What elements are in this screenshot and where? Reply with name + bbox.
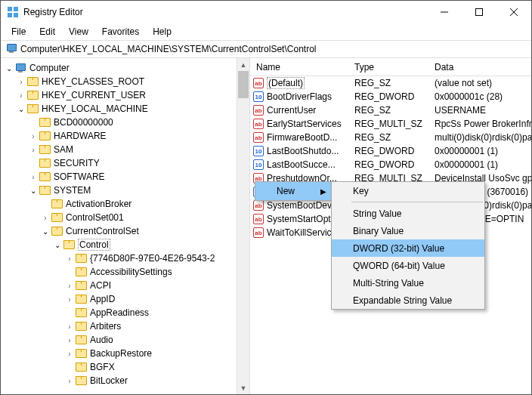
numeric-value-icon: 10 (253, 159, 264, 170)
tree-item[interactable]: SECURITY (1, 156, 249, 170)
tree-item[interactable]: ⌄SYSTEM (1, 184, 249, 197)
tree-item[interactable]: AccessibilitySettings (1, 265, 249, 279)
tree-item[interactable]: BCD00000000 (1, 116, 249, 129)
context-item[interactable]: Key (332, 182, 484, 199)
chevron-right-icon[interactable]: › (64, 350, 75, 358)
value-row[interactable]: 10LastBootShutdo...REG_DWORD0x00000001 (… (250, 144, 531, 158)
chevron-right-icon[interactable]: › (64, 336, 75, 344)
tree-item-label: Control (78, 239, 110, 251)
svg-rect-1 (14, 7, 18, 11)
scroll-thumb[interactable] (238, 71, 249, 98)
chevron-right-icon[interactable]: › (64, 282, 75, 290)
folder-icon (51, 199, 63, 209)
tree-item[interactable]: ›Arbiters (1, 319, 249, 333)
context-item[interactable]: Multi-String Value (332, 274, 484, 292)
context-item[interactable]: Binary Value (332, 222, 484, 239)
menu-help[interactable]: Help (147, 25, 178, 39)
address-bar[interactable]: Computer\HKEY_LOCAL_MACHINE\SYSTEM\Curre… (1, 40, 531, 58)
chevron-right-icon[interactable]: › (64, 255, 75, 263)
tree-item-label: {7746D80F-97E0-4E26-9543-2 (90, 253, 215, 264)
context-submenu-new[interactable]: KeyString ValueBinary ValueDWORD (32-bit… (331, 181, 485, 310)
tree-item[interactable]: ›SAM (1, 143, 249, 156)
column-data[interactable]: Data (428, 62, 531, 73)
tree-item[interactable]: ActivationBroker (1, 197, 249, 211)
folder-icon (75, 348, 87, 359)
tree-scrollbar[interactable]: ▲ ▼ (237, 58, 249, 394)
tree-item[interactable]: ›HKEY_CLASSES_ROOT (1, 75, 249, 88)
tree-item[interactable]: ›SOFTWARE (1, 170, 249, 184)
computer-icon (14, 63, 26, 73)
chevron-right-icon[interactable]: › (28, 132, 39, 140)
tree-item[interactable]: AppReadiness (1, 306, 249, 319)
tree-item[interactable]: ⌄Control (1, 238, 249, 252)
chevron-right-icon[interactable]: › (16, 78, 26, 86)
string-value-icon: ab (253, 132, 264, 143)
chevron-right-icon[interactable]: › (28, 146, 39, 154)
tree-item[interactable]: ›Audio (1, 333, 249, 347)
maximize-button[interactable] (462, 1, 496, 23)
value-row[interactable]: abEarlyStartServicesREG_MULTI_SZRpcSs Po… (250, 117, 531, 131)
tree-item[interactable]: ⌄HKEY_LOCAL_MACHINE (1, 102, 249, 116)
context-item[interactable]: DWORD (32-bit) Value (332, 239, 484, 257)
string-value-icon: ab (253, 78, 264, 88)
menu-edit[interactable]: Edit (33, 25, 61, 39)
tree-item-label: HKEY_CLASSES_ROOT (42, 76, 144, 87)
chevron-down-icon[interactable]: ⌄ (16, 105, 26, 113)
tree-item[interactable]: ⌄CurrentControlSet (1, 224, 249, 238)
tree-item[interactable]: ›HKEY_CURRENT_USER (1, 88, 249, 102)
minimize-button[interactable] (427, 1, 462, 23)
submenu-arrow-icon: ▶ (320, 187, 326, 196)
tree-item[interactable]: ›HARDWARE (1, 129, 249, 143)
chevron-down-icon[interactable]: ⌄ (40, 227, 51, 236)
context-item[interactable]: QWORD (64-bit) Value (332, 257, 484, 274)
menu-file[interactable]: File (5, 25, 32, 39)
svg-rect-0 (8, 7, 12, 11)
tree-item-label: BitLocker (90, 375, 128, 386)
value-row[interactable]: 10LastBootSucce...REG_DWORD0x00000001 (1… (250, 158, 531, 171)
context-item[interactable]: String Value (332, 205, 484, 222)
folder-icon (39, 131, 51, 141)
chevron-right-icon[interactable]: › (64, 322, 75, 331)
list-header[interactable]: Name Type Data (250, 58, 531, 76)
value-row[interactable]: 10BootDriverFlagsREG_DWORD0x0000001c (28… (250, 90, 531, 103)
tree-item[interactable]: ›AppID (1, 292, 249, 306)
scroll-down-icon[interactable]: ▼ (237, 381, 249, 394)
tree-item[interactable]: ›BitLocker (1, 374, 249, 387)
scroll-up-icon[interactable]: ▲ (237, 58, 249, 71)
tree-item-label: Computer (29, 63, 70, 73)
value-name: EarlyStartServices (267, 119, 342, 129)
chevron-right-icon[interactable]: › (64, 377, 75, 385)
chevron-right-icon[interactable]: › (28, 173, 39, 181)
tree-item[interactable]: ›{7746D80F-97E0-4E26-9543-2 (1, 252, 249, 265)
value-row[interactable]: abCurrentUserREG_SZUSERNAME (250, 103, 531, 117)
chevron-down-icon[interactable]: ⌄ (28, 187, 39, 195)
tree-item[interactable]: ⌄Computer (1, 61, 249, 75)
tree-item[interactable]: BGFX (1, 360, 249, 374)
value-type: REG_SZ (348, 78, 428, 88)
chevron-right-icon[interactable]: › (64, 295, 75, 304)
tree-item[interactable]: ›ControlSet001 (1, 211, 249, 224)
tree-pane[interactable]: ▲ ▼ ⌄Computer›HKEY_CLASSES_ROOT›HKEY_CUR… (1, 58, 250, 394)
chevron-right-icon[interactable]: › (16, 91, 26, 100)
value-row[interactable]: ab(Default)REG_SZ(value not set) (250, 76, 531, 90)
chevron-down-icon[interactable]: ⌄ (52, 241, 63, 249)
menubar: File Edit View Favorites Help (1, 23, 531, 40)
context-menu[interactable]: New ▶ (255, 181, 333, 201)
chevron-right-icon[interactable]: › (40, 214, 51, 222)
menu-view[interactable]: View (63, 25, 94, 39)
chevron-down-icon[interactable]: ⌄ (4, 64, 14, 73)
menu-favorites[interactable]: Favorites (96, 25, 145, 39)
tree-item[interactable]: ›BackupRestore (1, 347, 249, 360)
column-name[interactable]: Name (250, 62, 348, 73)
value-type: REG_SZ (348, 105, 428, 116)
tree-item[interactable]: ›ACPI (1, 279, 249, 292)
value-row[interactable]: abFirmwareBootD...REG_SZmulti(0)disk(0)r… (250, 131, 531, 144)
context-item[interactable]: Expandable String Value (332, 292, 484, 309)
tree-item-label: BackupRestore (90, 348, 152, 359)
value-name: SystemBootDevi... (267, 200, 342, 211)
column-type[interactable]: Type (348, 62, 428, 73)
context-item-label: Key (353, 186, 369, 196)
close-button[interactable] (496, 1, 531, 23)
context-item-new[interactable]: New ▶ (255, 182, 332, 200)
svg-rect-2 (8, 13, 12, 17)
